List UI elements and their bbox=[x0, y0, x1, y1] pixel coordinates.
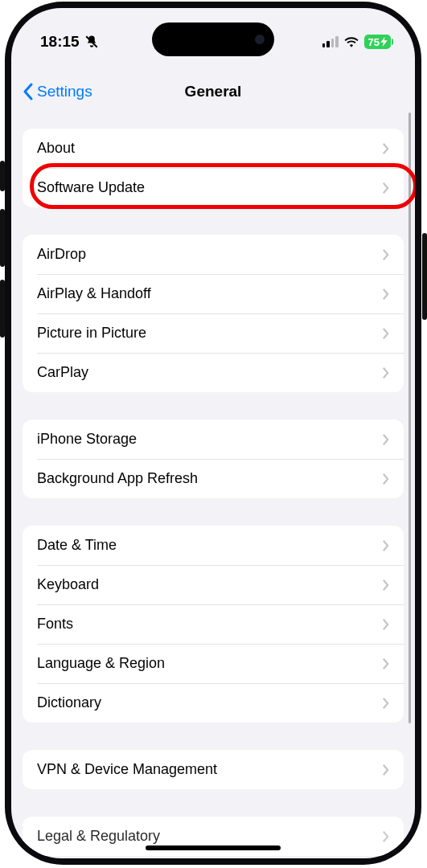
row-label: VPN & Device Management bbox=[37, 761, 382, 778]
row-label: Fonts bbox=[37, 616, 382, 633]
battery-indicator: 75 bbox=[364, 35, 391, 49]
row-keyboard[interactable]: Keyboard bbox=[23, 565, 404, 604]
row-label: Date & Time bbox=[37, 537, 382, 554]
navigation-bar: Settings General bbox=[11, 72, 415, 111]
home-indicator[interactable] bbox=[146, 845, 281, 850]
status-time: 18:15 bbox=[40, 33, 80, 51]
chevron-right-icon bbox=[382, 697, 389, 710]
row-iphone-storage[interactable]: iPhone Storage bbox=[23, 420, 404, 459]
row-label: AirDrop bbox=[37, 246, 382, 263]
chevron-right-icon bbox=[382, 288, 389, 301]
chevron-right-icon bbox=[382, 618, 389, 631]
row-background-app-refresh[interactable]: Background App Refresh bbox=[23, 459, 404, 498]
chevron-right-icon bbox=[382, 579, 389, 592]
phone-frame: 18:15 75 bbox=[5, 2, 421, 865]
status-bar: 18:15 75 bbox=[11, 8, 415, 61]
back-button[interactable]: Settings bbox=[23, 83, 92, 100]
chevron-left-icon bbox=[23, 83, 34, 100]
row-dictionary[interactable]: Dictionary bbox=[23, 683, 404, 723]
settings-group: VPN & Device Management bbox=[23, 750, 404, 789]
row-label: About bbox=[37, 140, 382, 157]
row-label: Dictionary bbox=[37, 694, 382, 711]
row-label: Picture in Picture bbox=[37, 325, 382, 342]
chevron-right-icon bbox=[382, 248, 389, 261]
row-label: AirPlay & Handoff bbox=[37, 285, 382, 302]
row-label: iPhone Storage bbox=[37, 431, 382, 448]
silent-mode-icon bbox=[84, 35, 99, 49]
row-airplay-handoff[interactable]: AirPlay & Handoff bbox=[23, 274, 404, 313]
screen: 18:15 75 bbox=[11, 8, 415, 858]
row-airdrop[interactable]: AirDrop bbox=[23, 235, 404, 274]
chevron-right-icon bbox=[382, 182, 389, 194]
chevron-right-icon bbox=[382, 764, 389, 776]
settings-group: AirDropAirPlay & HandoffPicture in Pictu… bbox=[23, 235, 404, 392]
page-title: General bbox=[185, 83, 242, 100]
row-fonts[interactable]: Fonts bbox=[23, 604, 404, 644]
settings-group: AboutSoftware Update bbox=[23, 129, 404, 207]
row-date-time[interactable]: Date & Time bbox=[23, 526, 404, 565]
wifi-icon bbox=[343, 35, 359, 48]
settings-group: iPhone StorageBackground App Refresh bbox=[23, 420, 404, 498]
chevron-right-icon bbox=[382, 830, 389, 843]
chevron-right-icon bbox=[382, 539, 389, 552]
chevron-right-icon bbox=[382, 657, 389, 670]
settings-list[interactable]: AboutSoftware UpdateAirDropAirPlay & Han… bbox=[11, 116, 415, 858]
row-carplay[interactable]: CarPlay bbox=[23, 353, 404, 392]
chevron-right-icon bbox=[382, 142, 389, 155]
row-label: Background App Refresh bbox=[37, 470, 382, 487]
chevron-right-icon bbox=[382, 327, 389, 340]
settings-group: Date & TimeKeyboardFontsLanguage & Regio… bbox=[23, 526, 404, 723]
chevron-right-icon bbox=[382, 366, 389, 379]
row-vpn-device-management[interactable]: VPN & Device Management bbox=[23, 750, 404, 789]
back-label: Settings bbox=[37, 83, 92, 100]
row-label: Legal & Regulatory bbox=[37, 828, 382, 845]
chevron-right-icon bbox=[382, 433, 389, 446]
row-language-region[interactable]: Language & Region bbox=[23, 644, 404, 683]
row-label: Keyboard bbox=[37, 576, 382, 593]
row-software-update[interactable]: Software Update bbox=[23, 168, 404, 207]
cellular-signal-icon bbox=[322, 36, 339, 47]
row-about[interactable]: About bbox=[23, 129, 404, 168]
power-button bbox=[422, 233, 427, 320]
row-label: CarPlay bbox=[37, 364, 382, 381]
charging-icon bbox=[380, 37, 388, 47]
scroll-indicator bbox=[409, 113, 411, 723]
battery-level: 75 bbox=[368, 36, 380, 48]
chevron-right-icon bbox=[382, 473, 389, 485]
row-label: Software Update bbox=[37, 179, 382, 196]
row-picture-in-picture[interactable]: Picture in Picture bbox=[23, 313, 404, 353]
row-label: Language & Region bbox=[37, 655, 382, 672]
